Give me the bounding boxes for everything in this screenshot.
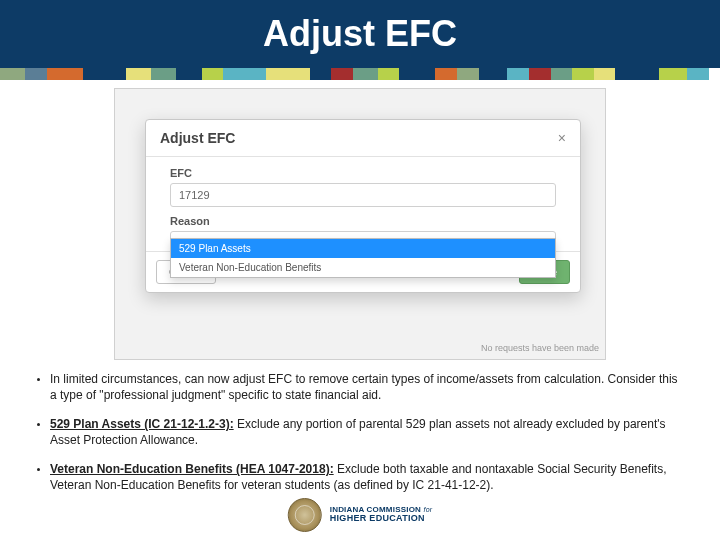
background-status-text: No requests have been made [481,343,599,353]
modal-body: EFC Reason 529 Plan Assets Veteran Non-E… [146,157,580,251]
bullet-2: 529 Plan Assets (IC 21-12-1.2-3): Exclud… [50,417,684,448]
dropdown-option-veteran[interactable]: Veteran Non-Education Benefits [171,258,555,277]
modal-header: Adjust EFC × [146,120,580,157]
indiana-seal-icon [288,498,322,532]
brand-colorbar [0,68,720,80]
adjust-efc-modal: Adjust EFC × EFC Reason 529 Plan Assets … [145,119,581,293]
footer-line2: HIGHER EDUCATION [330,514,433,523]
bullet-3: Veteran Non-Education Benefits (HEA 1047… [50,462,684,493]
bullet-3-label: Veteran Non-Education Benefits (HEA 1047… [50,462,334,476]
efc-field[interactable] [170,183,556,207]
modal-title: Adjust EFC [160,130,235,146]
page-title: Adjust EFC [263,13,457,55]
bullet-list: In limited circumstances, can now adjust… [0,360,720,494]
bullet-1: In limited circumstances, can now adjust… [50,372,684,403]
dropdown-option-529[interactable]: 529 Plan Assets [171,239,555,258]
footer-for: for [423,506,432,513]
reason-dropdown-list: 529 Plan Assets Veteran Non-Education Be… [170,238,556,278]
reason-label: Reason [170,215,556,227]
efc-label: EFC [170,167,556,179]
footer-logo: INDIANA COMMISSION for HIGHER EDUCATION [288,498,433,532]
embedded-screenshot: No requests have been made Adjust EFC × … [114,88,606,360]
close-icon[interactable]: × [558,131,566,145]
bullet-2-label: 529 Plan Assets (IC 21-12-1.2-3): [50,417,234,431]
footer-text: INDIANA COMMISSION for HIGHER EDUCATION [330,506,433,524]
title-band: Adjust EFC [0,0,720,68]
